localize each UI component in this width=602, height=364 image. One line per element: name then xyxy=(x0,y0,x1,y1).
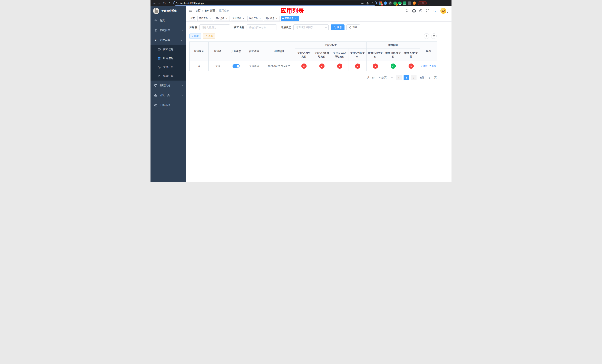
column-header-alipay-qr: 支付宝扫码支付 xyxy=(349,49,366,61)
sidebar-item-label: 支付订单 xyxy=(163,65,173,69)
extension-colorful-icon[interactable]: 10 xyxy=(379,1,382,5)
sidebar-item-home[interactable]: 首页 xyxy=(150,16,186,25)
close-icon[interactable]: × xyxy=(275,17,278,20)
refresh-icon xyxy=(349,26,352,29)
sidebar-item-refund-order[interactable]: 退款订单 xyxy=(150,72,186,81)
fullscreen-icon[interactable] xyxy=(426,9,430,13)
edit-label: 修改 xyxy=(423,65,428,68)
status-select[interactable]: 请选择开启状态 xyxy=(293,24,329,30)
home-icon[interactable]: ⌂ xyxy=(167,1,172,6)
site-info-icon[interactable] xyxy=(176,2,178,4)
status-toggle[interactable] xyxy=(233,64,240,68)
app-name-input[interactable] xyxy=(199,24,230,30)
extension-dark-icon[interactable] xyxy=(388,1,392,5)
svg-text:T: T xyxy=(433,9,435,12)
next-page-button[interactable]: ❯ xyxy=(411,75,417,80)
browser-profile-avatar[interactable] xyxy=(413,1,416,5)
goto-page-input[interactable] xyxy=(426,75,433,80)
close-icon[interactable]: × xyxy=(259,17,261,20)
password-key-icon[interactable] xyxy=(361,2,364,5)
tab-app-info[interactable]: 应用信息 × xyxy=(281,16,299,21)
column-header-wx-app: 微信 APP 支付 xyxy=(402,49,420,61)
extensions-puzzle-icon[interactable] xyxy=(408,1,411,5)
browser-window: ← → ↻ ⌂ localhost:1024/pay/app xyxy=(150,0,452,182)
cell-app-id: 6 xyxy=(190,61,209,71)
help-icon[interactable]: ? xyxy=(419,9,423,13)
extensions-area: 10 1 xyxy=(379,1,416,5)
github-icon[interactable] xyxy=(412,9,416,13)
browser-menu-icon[interactable]: ⋮ xyxy=(428,1,431,5)
tab-label: 用户分组 xyxy=(216,17,225,20)
breadcrumb-separator: / xyxy=(202,9,203,12)
extension-drop-icon[interactable] xyxy=(384,1,387,5)
column-group-wechat: 微信配置 xyxy=(366,42,420,49)
sidebar-item-payment[interactable]: ¥ 支付管理 xyxy=(150,35,186,45)
refresh-table-button[interactable] xyxy=(431,33,437,39)
sidebar-collapse-icon[interactable] xyxy=(189,9,193,13)
share-icon[interactable] xyxy=(366,2,369,5)
reload-icon[interactable]: ↻ xyxy=(162,1,167,6)
close-icon[interactable]: × xyxy=(226,17,228,20)
prev-page-button[interactable]: ❮ xyxy=(396,75,402,80)
user-avatar[interactable] xyxy=(441,8,449,14)
pagination: 共 1 条 10条/页 ❮ 1 ❯ 前往 页 xyxy=(189,75,437,80)
search-icon[interactable] xyxy=(405,9,409,13)
browser-toolbar: ← → ↻ ⌂ localhost:1024/pay/app xyxy=(150,0,452,6)
column-header-alipay-app: 支付宝 APP 支付 xyxy=(295,49,313,61)
sidebar-item-workflow[interactable]: 工作流程 xyxy=(150,100,186,110)
extension-green-icon[interactable]: 1 xyxy=(393,1,397,5)
forward-icon[interactable]: → xyxy=(157,1,162,6)
page-size-select[interactable]: 10条/页 xyxy=(377,75,394,80)
sidebar-item-label: 研发工具 xyxy=(160,94,170,97)
reset-button-label: 重置 xyxy=(353,26,357,29)
extension-wechat-icon[interactable] xyxy=(398,1,401,5)
bookmark-star-icon[interactable] xyxy=(371,2,374,5)
show-search-button[interactable] xyxy=(424,33,429,39)
close-icon[interactable]: × xyxy=(209,17,211,20)
page-number-button[interactable]: 1 xyxy=(404,75,409,80)
extension-badge: 10 xyxy=(381,3,383,6)
sidebar-logo[interactable]: 芋道管理系统 xyxy=(150,6,186,16)
breadcrumb-payment[interactable]: 支付管理 xyxy=(204,9,215,12)
tab-home[interactable]: 首页 xyxy=(189,16,196,21)
tab-user-group[interactable]: 用户分组 × xyxy=(214,16,230,21)
document-icon xyxy=(158,75,161,78)
tab-refund-order[interactable]: 退款订单 × xyxy=(247,16,263,21)
back-icon[interactable]: ← xyxy=(152,1,157,6)
app-name-label: 应用名 xyxy=(189,26,197,29)
column-header-actions: 操作 xyxy=(420,42,437,61)
breadcrumb-home[interactable]: 首页 xyxy=(195,9,201,12)
sidebar-item-payment-order[interactable]: ¥ 支付订单 xyxy=(150,63,186,72)
sidebar-item-merchant-info[interactable]: 商户信息 xyxy=(150,45,186,54)
tab-process-form[interactable]: 流程表单 × xyxy=(197,16,213,21)
add-button[interactable]: + 新增 xyxy=(189,33,201,39)
delete-link[interactable]: 删除 xyxy=(429,65,436,68)
reset-button[interactable]: 重置 xyxy=(346,24,360,30)
sidebar-item-app-info[interactable]: 应用信息 xyxy=(150,54,186,63)
table-toolbar: + 新增 导出 xyxy=(189,33,437,39)
close-icon[interactable]: × xyxy=(294,17,297,20)
extension-notes-icon[interactable] xyxy=(403,1,406,5)
column-header-merchant: 商户名称 xyxy=(245,42,263,61)
sidebar-item-label: 首页 xyxy=(160,19,165,22)
close-icon[interactable]: × xyxy=(242,17,245,20)
sidebar-item-devtools[interactable]: 研发工具 xyxy=(150,90,186,100)
sidebar-item-label: 应用信息 xyxy=(163,57,173,60)
merchant-name-input[interactable] xyxy=(247,24,277,30)
edit-link[interactable]: 修改 xyxy=(420,65,428,68)
search-button[interactable]: 搜索 xyxy=(331,24,344,30)
font-size-icon[interactable]: T T xyxy=(432,9,437,13)
column-header-app-id: 应用编号 xyxy=(190,42,209,61)
download-icon xyxy=(205,35,207,37)
tab-merchant-info[interactable]: 商户信息 × xyxy=(264,16,280,21)
sidebar-item-system[interactable]: 系统管理 xyxy=(150,25,186,35)
browser-update-button[interactable]: 更新 xyxy=(418,1,427,5)
export-button[interactable]: 导出 xyxy=(203,33,215,39)
address-bar[interactable]: localhost:1024/pay/app xyxy=(173,1,377,6)
payment-submenu: 商户信息 应用信息 xyxy=(150,45,186,81)
sidebar-item-infrastructure[interactable]: 基础设施 xyxy=(150,81,186,90)
address-bar-actions xyxy=(361,2,374,5)
status-select-placeholder: 请选择开启状态 xyxy=(296,26,313,29)
tab-payment-order[interactable]: 支付订单 × xyxy=(231,16,246,21)
breadcrumb: 首页 / 支付管理 / 应用信息 xyxy=(195,9,229,12)
